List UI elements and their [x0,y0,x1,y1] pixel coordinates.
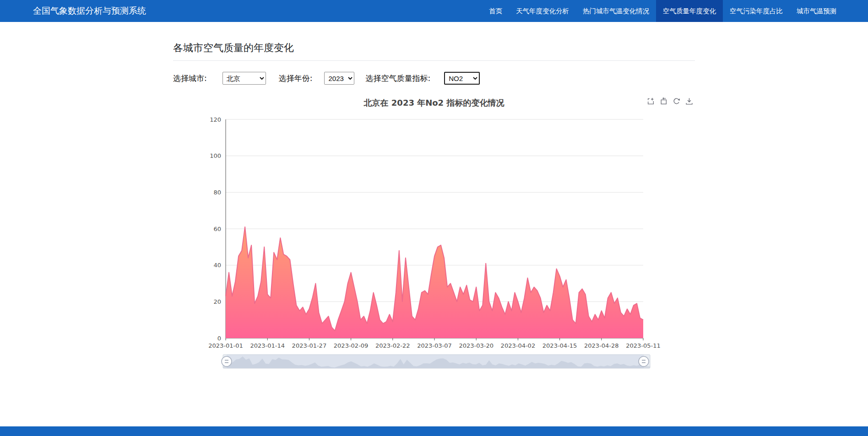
nav-item-hot-city-temperature[interactable]: 热门城市气温变化情况 [576,0,656,22]
chart-title: 北京在 2023 年No2 指标的变化情况 [173,97,695,109]
page-title: 各城市空气质量的年度变化 [173,41,695,55]
chart-panel: 北京在 2023 年No2 指标的变化情况 020406080100120202… [173,97,695,372]
indicator-select[interactable]: NO2 [444,72,480,85]
footer-bar [0,426,868,436]
app-title: 全国气象数据分析与预测系统 [33,5,146,17]
top-navbar: 全国气象数据分析与预测系统 首页 天气年度变化分析 热门城市气温变化情况 空气质… [0,0,868,22]
chart-toolbox [647,97,693,105]
zoom-select-icon[interactable] [647,97,655,105]
x-tick-label: 2023-01-27 [292,342,327,349]
y-tick-label: 120 [210,116,221,123]
x-tick-label: 2023-03-20 [459,342,494,349]
main-content: 各城市空气质量的年度变化 选择城市: 北京 选择年份: 2023 选择空气质量指… [173,22,695,372]
y-tick-label: 40 [213,262,221,269]
y-tick-label: 100 [210,152,221,159]
x-tick-label: 2023-03-07 [417,342,452,349]
city-select-label: 选择城市: [173,73,207,84]
nav-item-home[interactable]: 首页 [482,0,509,22]
datazoom-right-handle[interactable] [639,356,649,366]
x-tick-label: 2023-04-28 [584,342,619,349]
city-select[interactable]: 北京 [222,72,266,85]
x-tick-label: 2023-05-11 [626,342,661,349]
x-tick-label: 2023-02-09 [334,342,369,349]
area-series-fill[interactable] [226,227,643,338]
nav-item-city-temperature-forecast[interactable]: 城市气温预测 [790,0,843,22]
filter-bar: 选择城市: 北京 选择年份: 2023 选择空气质量指标: NO2 [173,72,695,85]
x-tick-label: 2023-01-01 [208,342,243,349]
datazoom-left-handle[interactable] [222,356,232,366]
y-tick-label: 0 [217,335,221,342]
zoom-reset-icon[interactable] [660,97,667,105]
restore-icon[interactable] [673,97,680,105]
x-tick-label: 2023-01-14 [250,342,285,349]
nav-menu: 首页 天气年度变化分析 热门城市气温变化情况 空气质量年度变化 空气污染年度占比… [482,0,843,22]
nav-item-air-quality-annual[interactable]: 空气质量年度变化 [656,0,723,22]
area-chart[interactable]: 0204060801001202023-01-012023-01-142023-… [173,113,695,352]
download-icon[interactable] [685,97,693,105]
title-divider [173,60,695,61]
x-tick-label: 2023-04-02 [501,342,536,349]
y-tick-label: 20 [213,298,221,305]
datazoom-slider[interactable] [173,352,695,372]
nav-item-weather-annual-analysis[interactable]: 天气年度变化分析 [509,0,576,22]
x-tick-label: 2023-04-15 [542,342,577,349]
x-tick-label: 2023-02-22 [375,342,410,349]
nav-item-air-pollution-share[interactable]: 空气污染年度占比 [723,0,790,22]
year-select-label: 选择年份: [279,73,313,84]
year-select[interactable]: 2023 [324,72,354,85]
indicator-select-label: 选择空气质量指标: [365,73,430,84]
y-tick-label: 60 [213,226,221,232]
y-tick-label: 80 [213,189,221,196]
datazoom-selected-range[interactable] [227,355,644,368]
